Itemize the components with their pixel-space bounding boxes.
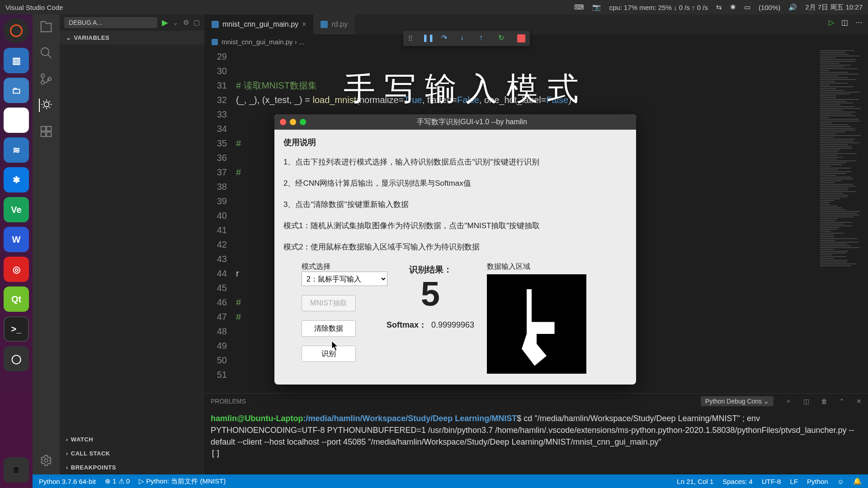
split-terminal-icon[interactable]: ◫ [803, 398, 809, 405]
ubuntu-launcher: ▥ 🗀 ◉ ≋ ✱ Ve W ◎ Qt >_ ◯ 🗑 [0, 14, 33, 488]
softmax-value: 0.99999963 [431, 320, 474, 330]
activity-bar [33, 14, 60, 474]
close-icon[interactable] [280, 119, 286, 125]
launcher-red[interactable]: ◎ [4, 257, 29, 282]
start-debug-button[interactable]: ▶ [162, 18, 168, 28]
launcher-qt[interactable]: Qt [4, 286, 29, 312]
svg-rect-8 [47, 132, 51, 136]
launcher-camera[interactable]: ◯ [4, 346, 29, 371]
launcher-ve[interactable]: Ve [4, 197, 29, 222]
step-into-icon[interactable]: ↓ [460, 33, 470, 43]
debug-icon[interactable] [39, 99, 52, 112]
more-actions-icon[interactable]: ⋯ [855, 18, 863, 27]
step-over-icon[interactable]: ↷ [441, 33, 451, 43]
debug-sidebar: DEBUG A... ▶ ⌄ ⚙ ▢ ⌄ VARIABLES › WATCH ›… [60, 14, 204, 474]
battery-icon[interactable]: ▭ [744, 3, 750, 11]
variables-section[interactable]: ⌄ VARIABLES [60, 31, 204, 45]
stop-icon[interactable] [517, 34, 525, 42]
tab-rd[interactable]: rd.py [313, 14, 355, 34]
watch-section[interactable]: › WATCH [60, 432, 204, 446]
tab-main[interactable]: mnist_cnn_gui_main.py × [204, 14, 313, 34]
debug-config-dropdown[interactable]: ⌄ [173, 19, 179, 27]
debug-settings-icon[interactable]: ⚙ [183, 19, 189, 27]
maximize-panel-icon[interactable]: ⌃ [839, 398, 844, 405]
split-editor-icon[interactable]: ◫ [841, 18, 848, 27]
system-top-bar: Visual Studio Code ⌨ 📷 cpu: 17% mem: 25%… [0, 0, 868, 14]
debug-console-icon[interactable]: ▢ [193, 19, 200, 27]
mode-2-desc: 模式2：使用鼠标在数据输入区域手写输入作为待识别数据 [283, 242, 627, 252]
callstack-section[interactable]: › CALL STACK [60, 446, 204, 460]
gui-titlebar[interactable]: 手写数字识别GUI-v1.0 --by hamlin [274, 114, 636, 130]
instruction-3: 3、点击"清除数据"按键重新输入数据 [283, 199, 627, 210]
launcher-files[interactable]: ▥ [4, 48, 29, 73]
debug-config-select[interactable]: DEBUG A... [64, 17, 157, 28]
kill-terminal-icon[interactable]: 🗑 [821, 398, 827, 405]
clock[interactable]: 2月 7日 周五 10:27 [805, 3, 863, 12]
minimize-icon[interactable] [290, 119, 296, 125]
launcher-nautilus[interactable]: 🗀 [4, 78, 29, 103]
launcher-trash[interactable]: 🗑 [4, 457, 29, 483]
instruction-2: 2、经CNN网络计算后输出，显示识别结果与Softmax值 [283, 178, 627, 188]
drawing-canvas[interactable] [487, 274, 586, 374]
dash-icon[interactable] [4, 18, 29, 43]
screenshot-icon[interactable]: 📷 [592, 3, 601, 11]
volume-icon[interactable]: 🔊 [788, 3, 797, 11]
status-encoding[interactable]: UTF-8 [762, 478, 781, 485]
close-panel-icon[interactable]: ✕ [856, 398, 862, 405]
mode-select-label: 模式选择 [302, 263, 330, 270]
tab-label: mnist_cnn_gui_main.py [222, 20, 298, 28]
drag-handle-icon[interactable]: ⠿ [408, 34, 413, 43]
terminal-select[interactable]: Python Debug Cons ⌄ [701, 396, 774, 406]
svg-point-2 [41, 81, 45, 84]
extensions-icon[interactable] [39, 125, 53, 138]
instruction-1: 1、点击下拉列表进行模式选择，输入待识别数据后点击"识别"按键进行识别 [283, 157, 627, 167]
svg-point-9 [44, 459, 48, 462]
maximize-icon[interactable] [300, 119, 306, 125]
svg-point-0 [41, 48, 49, 56]
scm-icon[interactable] [39, 72, 53, 86]
restart-icon[interactable]: ↻ [498, 33, 508, 43]
minimap[interactable] [818, 49, 868, 393]
pause-icon[interactable]: ❚❚ [422, 33, 432, 43]
status-problems[interactable]: ⊗ 1 ⚠ 0 [105, 477, 130, 485]
breadcrumb[interactable]: mnist_cnn_gui_main.py › ... [204, 34, 868, 49]
debug-toolbar[interactable]: ⠿ ❚❚ ↷ ↓ ↑ ↻ [403, 31, 530, 46]
launcher-chrome[interactable]: ◉ [4, 108, 29, 133]
search-icon[interactable] [39, 46, 53, 60]
status-run[interactable]: ▷ Python: 当前文件 (MNIST) [139, 477, 226, 486]
new-terminal-icon[interactable]: ＋ [785, 397, 792, 405]
launcher-star[interactable]: ✱ [4, 167, 29, 192]
settings-icon[interactable] [39, 454, 53, 467]
system-tray: ⌨ 📷 cpu: 17% mem: 25% ↓ 0 /s ↑ 0 /s ⇆ ✱ … [574, 3, 863, 12]
mnist-extract-button: MNIST抽取 [302, 295, 356, 311]
bluetooth-icon[interactable]: ✱ [730, 3, 736, 11]
launcher-wps[interactable]: W [4, 227, 29, 252]
status-lang[interactable]: Python [807, 478, 828, 485]
launcher-terminal[interactable]: >_ [4, 316, 29, 342]
terminal-output[interactable]: hamlin@Ubuntu-Laptop:/media/hamlin/Works… [204, 409, 868, 474]
step-out-icon[interactable]: ↑ [479, 33, 489, 43]
status-bell-icon[interactable]: 🔔 [853, 477, 862, 485]
status-spaces[interactable]: Spaces: 4 [722, 478, 753, 485]
battery-text: (100%) [759, 4, 780, 11]
clear-data-button[interactable]: 清除数据 [302, 320, 356, 337]
status-eol[interactable]: LF [790, 478, 798, 485]
close-tab-icon[interactable]: × [302, 20, 306, 28]
tab-label: rd.py [331, 20, 348, 28]
wifi-icon[interactable]: ⇆ [716, 3, 722, 11]
keyboard-icon[interactable]: ⌨ [574, 3, 584, 11]
breakpoints-section[interactable]: › BREAKPOINTS [60, 460, 204, 474]
result-value: 5 [421, 274, 440, 313]
recognize-button[interactable]: 识别 [302, 346, 356, 362]
explorer-icon[interactable] [39, 20, 53, 33]
svg-point-4 [44, 102, 49, 107]
status-position[interactable]: Ln 21, Col 1 [677, 478, 713, 485]
problems-tab[interactable]: PROBLEMS [211, 398, 246, 405]
python-file-icon [212, 21, 219, 28]
status-python[interactable]: Python 3.7.6 64-bit [39, 478, 96, 485]
mnist-gui-window: 手写数字识别GUI-v1.0 --by hamlin 使用说明 1、点击下拉列表… [274, 114, 636, 385]
run-file-icon[interactable]: ▷ [829, 18, 834, 27]
gui-title: 手写数字识别GUI-v1.0 --by hamlin [313, 117, 631, 127]
status-feedback[interactable]: ☺ [837, 478, 844, 485]
launcher-vscode[interactable]: ≋ [4, 137, 29, 163]
